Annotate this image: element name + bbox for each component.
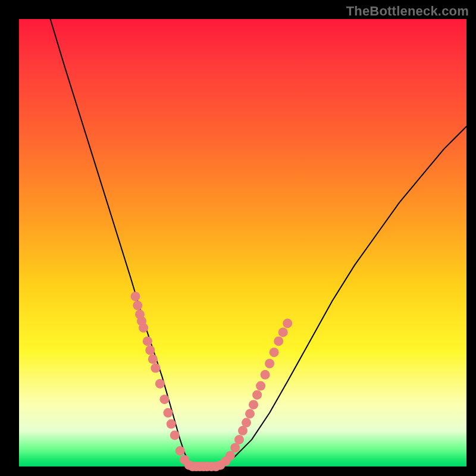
chart-frame: TheBottleneck.com <box>0 0 476 476</box>
data-point <box>159 394 169 404</box>
data-point <box>170 430 180 440</box>
data-point <box>270 347 279 357</box>
data-point <box>155 379 165 389</box>
data-point <box>145 346 155 355</box>
data-point <box>283 318 292 328</box>
plot-area <box>19 19 466 466</box>
data-point <box>265 359 274 368</box>
data-point <box>167 419 176 429</box>
data-point <box>226 451 235 461</box>
data-point <box>261 370 270 380</box>
data-point <box>252 390 262 400</box>
data-point <box>176 446 185 456</box>
marker-layer <box>131 292 293 471</box>
data-point <box>245 409 255 418</box>
data-point <box>131 292 140 301</box>
data-point <box>278 327 288 337</box>
data-point <box>249 400 258 409</box>
data-point <box>139 323 148 333</box>
watermark-text: TheBottleneck.com <box>346 4 469 19</box>
data-point <box>133 300 142 310</box>
data-point <box>148 355 158 364</box>
data-point <box>143 336 152 346</box>
data-point <box>242 418 251 427</box>
chart-svg <box>19 19 466 466</box>
data-point <box>274 336 283 346</box>
data-point <box>234 435 244 444</box>
data-point <box>256 381 265 391</box>
data-point <box>151 364 160 373</box>
data-point <box>163 408 173 418</box>
